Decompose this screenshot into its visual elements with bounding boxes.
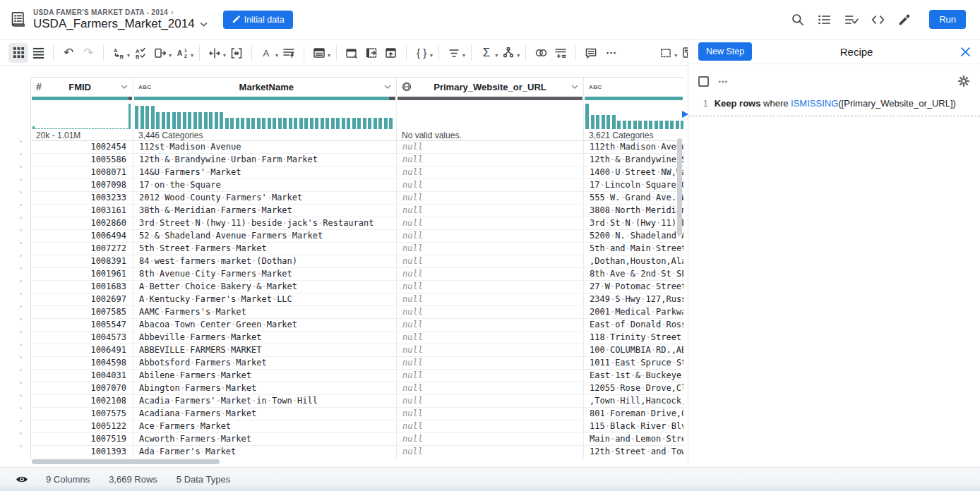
sort-button[interactable]: A12 — [172, 43, 192, 63]
column-histogram[interactable] — [133, 102, 397, 130]
column-histogram[interactable] — [397, 102, 584, 130]
cell-address[interactable]: 5200·N.·Shadeland·Av — [584, 230, 683, 243]
cell-marketname[interactable]: 3rd·Street·N·(hwy·11)·beside·jack's·Rest… — [133, 217, 397, 230]
select-columns-button[interactable] — [656, 43, 676, 63]
table-row[interactable]: 1001393Ada·Farmer's·Marketnull12th·Stree… — [31, 446, 683, 458]
cell-fmid[interactable]: 1005547 — [31, 319, 133, 332]
cell-url[interactable]: null — [397, 370, 584, 382]
code-icon[interactable] — [871, 13, 885, 27]
chevron-down-icon[interactable] — [571, 85, 578, 89]
table-row[interactable]: 1002454112st·Madison·Avenuenull112th·Mad… — [31, 141, 683, 154]
initial-data-button[interactable]: Initial data — [223, 11, 293, 29]
quality-bar[interactable] — [133, 97, 397, 100]
cell-address[interactable]: 12th·Street·and·Town — [584, 446, 683, 458]
chevron-down-icon[interactable] — [384, 85, 391, 89]
dropdown-caret[interactable]: ▾ — [223, 52, 226, 59]
table-row[interactable]: 1005122Ace·Farmers·Marketnull115·Black·R… — [31, 420, 683, 433]
dropdown-caret[interactable]: ▾ — [169, 52, 172, 59]
cell-marketname[interactable]: 17·on·the·Square — [133, 179, 397, 192]
table-row[interactable]: 100558612th·&·Brandywine·Urban·Farm·Mark… — [31, 154, 683, 166]
cell-url[interactable]: null — [397, 268, 584, 281]
checklist-icon[interactable] — [844, 13, 859, 27]
undo-button[interactable]: ↶ — [59, 43, 78, 63]
cell-address[interactable]: 12055·Rose·Drove,Cla — [584, 382, 683, 395]
cell-fmid[interactable]: 1006491 — [31, 344, 133, 357]
cell-marketname[interactable]: Ada·Farmer's·Market — [133, 446, 397, 458]
column-header-url[interactable]: Primary_Website_or_URL — [397, 78, 584, 96]
rows-menu-button[interactable] — [309, 43, 329, 63]
eye-icon[interactable] — [16, 475, 28, 484]
split-column-button[interactable] — [205, 43, 225, 63]
cell-url[interactable]: null — [397, 166, 584, 179]
cell-address[interactable]: 3808·North·Meridian· — [584, 205, 683, 217]
cell-marketname[interactable]: Acadiana·Farmers·Market — [133, 408, 397, 420]
cell-marketname[interactable]: Abilene·Farmers·Market — [133, 370, 397, 382]
cell-marketname[interactable]: AAMC·Farmers's·Market — [133, 306, 397, 319]
cell-marketname[interactable]: 84·west·farmers·market·(Dothan) — [133, 255, 397, 268]
cell-fmid[interactable]: 1008071 — [31, 166, 133, 179]
cell-marketname[interactable]: Ace·Farmers·Market — [133, 420, 397, 433]
cell-marketname[interactable]: 5th·Street·Farmers·Market — [133, 243, 397, 255]
cell-address[interactable]: 118·Trinity·Street·a — [584, 332, 683, 344]
column-histogram[interactable] — [584, 102, 683, 130]
cell-fmid[interactable]: 1006494 — [31, 230, 133, 243]
quality-bar[interactable] — [31, 97, 133, 100]
quality-bar[interactable] — [584, 97, 683, 100]
cell-address[interactable]: ,Dothan,Houston,Alab — [584, 255, 683, 268]
dropdown-caret[interactable]: ▾ — [191, 52, 193, 59]
table-row[interactable]: 1004031Abilene·Farmers·MarketnullEast·1s… — [31, 370, 683, 382]
cell-address[interactable]: 8th·Ave·&·2nd·St·SE, — [584, 268, 683, 281]
dropdown-caret[interactable]: ▾ — [674, 52, 677, 59]
dropdown-caret[interactable]: ▾ — [328, 52, 330, 59]
cell-address[interactable]: 2001·Medical·Parkway — [584, 306, 683, 319]
status-columns-count[interactable]: 9 Columns — [46, 474, 90, 485]
breadcrumb-label[interactable]: USDA FAMER'S MARKET DATA - 2014 — [33, 8, 168, 16]
cell-fmid[interactable]: 1004031 — [31, 370, 133, 382]
cell-fmid[interactable]: 1007272 — [31, 243, 133, 255]
cell-url[interactable]: null — [397, 192, 584, 205]
column-header-fmid[interactable]: # FMID — [31, 78, 133, 96]
cell-address[interactable]: 12th·&·Brandywine·St — [584, 154, 683, 166]
close-icon[interactable] — [961, 47, 970, 56]
step-insertion-line[interactable] — [688, 116, 980, 116]
cell-fmid[interactable]: 1004573 — [31, 332, 133, 344]
quality-bar[interactable] — [397, 97, 584, 100]
new-step-button[interactable]: New Step — [698, 42, 752, 61]
table-row[interactable]: 1004598Abbotsford·Farmers·Marketnull1011… — [31, 357, 683, 370]
table-row[interactable]: 10072725th·Street·Farmers·Marketnull5th·… — [31, 243, 683, 255]
chevron-down-icon[interactable] — [121, 85, 128, 89]
cell-marketname[interactable]: 38th·&·Meridian·Farmers·Market — [133, 205, 397, 217]
title-dropdown-icon[interactable] — [200, 22, 208, 27]
promote-header-button[interactable] — [381, 43, 401, 63]
table-row[interactable]: 100709817·on·the·Squarenull17·Lincoln·Sq… — [31, 179, 683, 192]
recipe-menu-dots[interactable]: ⋯ — [718, 78, 729, 84]
column-histogram[interactable] — [31, 102, 133, 130]
breadcrumb[interactable]: USDA FAMER'S MARKET DATA - 2014 › — [33, 8, 208, 16]
cell-marketname[interactable]: Abbotsford·Farmers·Market — [133, 357, 397, 370]
cell-address[interactable]: 555·W.·Grand·Ave.,Wi — [584, 192, 683, 205]
dropdown-caret[interactable]: ▾ — [517, 52, 520, 59]
cell-url[interactable]: null — [397, 217, 584, 230]
cell-url[interactable]: null — [397, 332, 584, 344]
cell-url[interactable]: null — [397, 306, 584, 319]
cell-marketname[interactable]: Acworth·Farmers·Market — [133, 433, 397, 446]
union-button[interactable] — [531, 43, 551, 63]
cell-fmid[interactable]: 1002454 — [31, 141, 133, 154]
cell-address[interactable]: 801·Foreman·Drive,Op — [584, 408, 683, 420]
column-name[interactable]: MarketName — [152, 82, 381, 92]
cell-fmid[interactable]: 1007585 — [31, 306, 133, 319]
format-button[interactable]: A — [257, 43, 277, 63]
table-row[interactable]: 100839184·west·farmers·market·(Dothan)nu… — [31, 255, 683, 268]
cell-url[interactable]: null — [397, 205, 584, 217]
replace-values-button[interactable]: AB — [109, 43, 129, 63]
cell-fmid[interactable]: 1002697 — [31, 293, 133, 306]
cell-marketname[interactable]: Acadia·Farmers'·Market·in·Town·Hill — [133, 395, 397, 408]
cell-marketname[interactable]: 8th·Avenue·City·Farmers·Market — [133, 268, 397, 281]
table-row[interactable]: 10028603rd·Street·N·(hwy·11)·beside·jack… — [31, 217, 683, 230]
cell-url[interactable]: null — [397, 141, 584, 154]
table-row[interactable]: 1004573Abbeville·Farmers·Marketnull118·T… — [31, 332, 683, 344]
cell-address[interactable]: 1011·East·Spruce·St. — [584, 357, 683, 370]
cell-fmid[interactable]: 1007098 — [31, 179, 133, 192]
filter-rows-button[interactable] — [444, 43, 464, 63]
table-row[interactable]: 100316138th·&·Meridian·Farmers·Marketnul… — [31, 205, 683, 217]
